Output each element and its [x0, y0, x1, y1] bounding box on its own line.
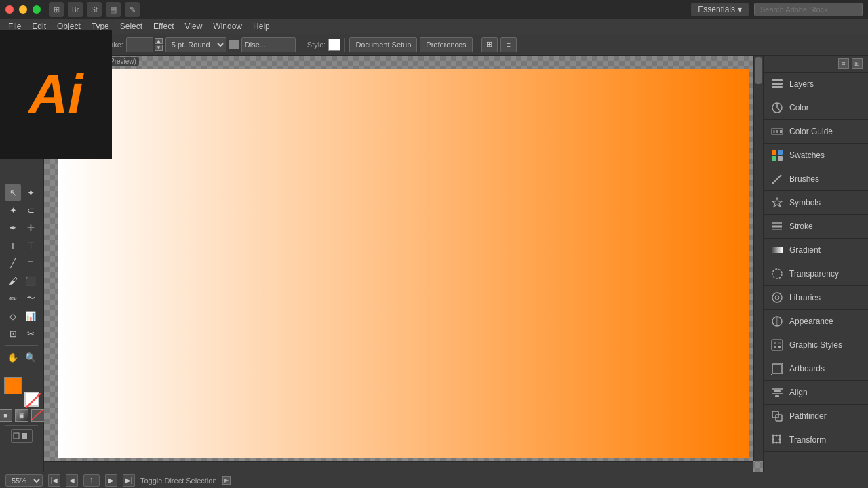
add-anchor-tool[interactable]: ✛: [22, 220, 39, 236]
essentials-button[interactable]: Essentials ▾: [691, 3, 749, 16]
layers-icon: [770, 77, 784, 91]
color-mode-button[interactable]: ■: [0, 409, 12, 422]
pen-icon[interactable]: ✎: [125, 2, 140, 17]
svg-rect-3: [14, 433, 19, 439]
line-tool[interactable]: ╱: [5, 255, 21, 271]
page-number-input[interactable]: 1: [83, 474, 100, 487]
none-mode-button[interactable]: [31, 409, 45, 422]
stroke-up-arrow[interactable]: ▲: [155, 38, 163, 44]
panel-item-align[interactable]: Align: [764, 381, 868, 405]
panel-item-artboards[interactable]: Artboards: [764, 357, 868, 381]
hand-tool[interactable]: ✋: [5, 349, 21, 365]
transparency-label: Transparency: [789, 269, 839, 279]
stroke-indicator[interactable]: [24, 392, 39, 407]
gradient-mode-button[interactable]: ▣: [15, 409, 28, 422]
next-page-button[interactable]: ▶: [105, 474, 117, 487]
zoom-tool[interactable]: 🔍: [22, 349, 39, 365]
align-label: Align: [789, 388, 808, 397]
smooth-tool[interactable]: 〜: [22, 290, 39, 306]
color-label: Color: [789, 103, 809, 113]
vertical-scroll-thumb[interactable]: [755, 57, 762, 84]
panel-item-symbols[interactable]: Symbols: [764, 191, 868, 215]
arrange-button[interactable]: ⊞: [481, 37, 498, 52]
slice-tool[interactable]: ✂: [22, 325, 39, 342]
menu-help[interactable]: Help: [248, 20, 275, 33]
panel-item-graphic-styles[interactable]: Graphic Styles: [764, 333, 868, 357]
panel-toggle-row: ≡ ⊞: [764, 56, 868, 73]
layout-icon[interactable]: ▤: [106, 2, 121, 17]
panel-item-transform[interactable]: Transform: [764, 428, 868, 452]
preferences-button[interactable]: Preferences: [420, 37, 472, 52]
menu-select[interactable]: Select: [115, 20, 148, 33]
prev-page-button[interactable]: ◀: [66, 474, 78, 487]
svg-rect-11: [776, 130, 778, 133]
last-page-button[interactable]: ▶|: [123, 474, 135, 487]
panel-item-gradient[interactable]: Gradient: [764, 239, 868, 262]
artboard-tool[interactable]: ⊡: [5, 325, 21, 342]
first-page-button[interactable]: |◀: [48, 474, 60, 487]
stock-icon[interactable]: St: [87, 2, 102, 17]
eraser-tool[interactable]: ◇: [5, 308, 21, 324]
rectangle-tool[interactable]: □: [22, 255, 39, 271]
document-setup-button[interactable]: Document Setup: [349, 37, 417, 52]
direct-select-tool[interactable]: ✦: [22, 184, 39, 201]
svg-rect-16: [778, 156, 783, 161]
panel-item-libraries[interactable]: Libraries: [764, 286, 868, 310]
stroke-down-arrow[interactable]: ▼: [155, 45, 163, 51]
panel-item-layers[interactable]: Layers: [764, 73, 868, 96]
artboard[interactable]: [58, 69, 749, 458]
menu-view[interactable]: View: [180, 20, 208, 33]
workspace-icon[interactable]: ⊞: [49, 2, 64, 17]
toggle-arrow[interactable]: ▶: [222, 476, 231, 485]
panel-collapse-button[interactable]: ≡: [838, 58, 849, 69]
horizontal-scrollbar[interactable]: [44, 461, 753, 472]
style-swatch[interactable]: [328, 39, 340, 51]
panel-grid-button[interactable]: ⊞: [852, 58, 863, 69]
panel-item-pathfinder[interactable]: Pathfinder: [764, 405, 868, 428]
bar-chart-tool[interactable]: 📊: [22, 308, 39, 324]
pen-tool[interactable]: ✒: [5, 220, 21, 236]
zoom-select[interactable]: 55%: [5, 474, 43, 487]
toolbar: No Selection Stroke: ▲ ▼ 5 pt. Round Sty…: [0, 34, 868, 56]
svg-point-47: [779, 442, 781, 444]
artboards-label: Artboards: [789, 364, 825, 373]
panel-item-color-guide[interactable]: Color Guide: [764, 120, 868, 144]
vertical-scrollbar[interactable]: [753, 56, 763, 461]
fill-indicator[interactable]: [4, 377, 22, 394]
svg-point-22: [772, 269, 782, 279]
panel-item-brushes[interactable]: Brushes: [764, 167, 868, 191]
panel-item-appearance[interactable]: Appearance: [764, 310, 868, 333]
svg-point-46: [772, 442, 774, 444]
stroke-value-input[interactable]: [126, 37, 153, 52]
touch-type-tool[interactable]: ⊤: [22, 237, 39, 253]
panel-item-color[interactable]: Color: [764, 96, 868, 120]
draw-modes-button[interactable]: [11, 429, 33, 443]
pencil-tool[interactable]: ✏: [5, 290, 21, 306]
panel-item-stroke[interactable]: Stroke: [764, 215, 868, 239]
dash-input[interactable]: [241, 37, 296, 52]
close-button[interactable]: [5, 5, 14, 14]
panel-item-swatches[interactable]: Swatches: [764, 144, 868, 167]
search-stock-input[interactable]: [754, 3, 863, 16]
paintbrush-tool[interactable]: 🖌: [5, 272, 21, 289]
panel-item-transparency[interactable]: Transparency: [764, 262, 868, 286]
ai-logo-large: Ai: [29, 67, 83, 121]
magic-wand-tool[interactable]: ✦: [5, 202, 21, 218]
menu-effect[interactable]: Effect: [148, 20, 179, 33]
bridge-icon[interactable]: Br: [68, 2, 83, 17]
lasso-tool[interactable]: ⊂: [22, 202, 39, 218]
svg-point-48: [776, 435, 778, 437]
type-tool[interactable]: T: [5, 237, 21, 253]
minimize-button[interactable]: [19, 5, 27, 14]
stroke-label: Stroke: [789, 222, 813, 231]
stroke-size-select[interactable]: 5 pt. Round: [165, 37, 226, 52]
selection-tool[interactable]: ↖: [5, 184, 21, 201]
maximize-button[interactable]: [33, 5, 41, 14]
menu-window[interactable]: Window: [208, 20, 248, 33]
brushes-icon: [770, 172, 784, 186]
align-button[interactable]: ≡: [500, 37, 517, 52]
blob-brush-tool[interactable]: ⬛: [22, 272, 39, 289]
svg-rect-7: [772, 86, 783, 88]
right-panel: ≡ ⊞ Layers Color Color Guide: [763, 56, 868, 472]
canvas-area: 55% (RGB/GPU Preview): [44, 56, 763, 472]
